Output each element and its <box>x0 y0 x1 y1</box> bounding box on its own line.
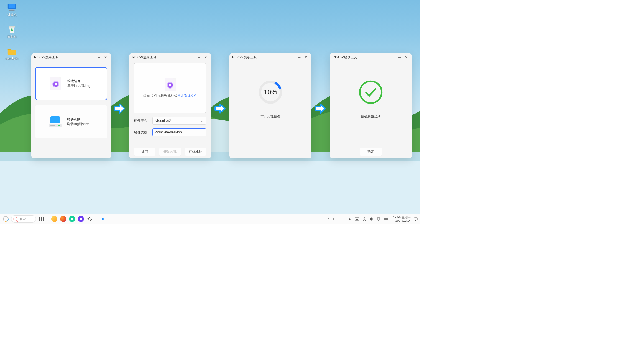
tray-night-icon[interactable] <box>362 217 366 221</box>
search-input[interactable] <box>19 217 31 221</box>
success-check-icon <box>358 79 384 105</box>
tray-ime-icon[interactable]: A <box>347 217 352 221</box>
tray-notifications-icon[interactable] <box>413 217 418 221</box>
svg-rect-24 <box>384 218 387 220</box>
minimize-button[interactable]: ─ <box>96 55 102 60</box>
desktop-icon-label: 回收站 <box>7 35 17 39</box>
taskbar-divider <box>48 216 48 222</box>
svg-rect-25 <box>414 218 417 220</box>
svg-rect-4 <box>9 10 15 11</box>
option-desc: 烧录img到sd卡 <box>67 122 89 127</box>
svg-rect-5 <box>9 26 15 28</box>
close-button[interactable]: ✕ <box>103 55 108 60</box>
window-title: RISC-V烧录工具 <box>333 55 357 60</box>
svg-rect-23 <box>387 218 388 220</box>
done-status: 镜像构建成功 <box>361 115 381 119</box>
svg-rect-21 <box>377 218 380 220</box>
svg-rect-3 <box>10 9 13 10</box>
option-burn-image[interactable]: 烧录镜像 烧录img到sd卡 <box>35 105 107 138</box>
save-path-button[interactable]: 存储地址 <box>185 148 206 156</box>
start-build-button[interactable]: 开始构建 <box>159 148 181 156</box>
chevron-down-icon: ⌄ <box>200 119 203 123</box>
task-view-button[interactable] <box>38 215 45 223</box>
svg-rect-12 <box>39 217 40 221</box>
close-button[interactable]: ✕ <box>403 55 409 60</box>
tray-disk-icon[interactable] <box>340 217 345 221</box>
svg-rect-2 <box>9 4 15 8</box>
back-button[interactable]: 返回 <box>134 148 155 156</box>
search-icon <box>13 217 17 221</box>
tray-input-icon[interactable] <box>333 217 338 221</box>
tray-network-icon[interactable] <box>376 217 381 221</box>
folder-icon <box>7 47 17 55</box>
dropzone-hint: 将iso文件拖拽到此处或点击选择文件 <box>143 94 197 98</box>
desktop-icon-computer[interactable]: 计算机 <box>2 2 22 18</box>
option-build-image[interactable]: 构建镜像 基于iso构建img <box>35 67 107 100</box>
taskbar-app-chat[interactable] <box>68 215 76 223</box>
window-progress: RISC-V烧录工具 ─ ✕ 10% 正在构建镜像 <box>229 53 311 158</box>
taskbar-clock[interactable]: 17:55 星期一 2024/10/14 <box>393 216 411 222</box>
minimize-button[interactable]: ─ <box>397 55 402 60</box>
hardware-select[interactable]: visionfive2 ⌄ <box>152 117 206 125</box>
svg-text:A: A <box>349 218 351 221</box>
window-done: RISC-V烧录工具 ─ ✕ 镜像构建成功 确定 <box>330 53 412 158</box>
svg-rect-15 <box>334 218 337 220</box>
tray-expand-icon[interactable]: ^ <box>326 217 330 221</box>
progress-ring: 10% <box>257 79 283 105</box>
taskbar-app-firefox[interactable] <box>60 215 67 223</box>
tray-keyboard-icon[interactable] <box>355 217 359 221</box>
svg-point-17 <box>343 219 344 219</box>
close-button[interactable]: ✕ <box>303 55 309 60</box>
window-title: RISC-V烧录工具 <box>132 55 157 60</box>
select-value: complete-desktop <box>155 130 182 134</box>
flow-arrow-icon <box>214 102 226 115</box>
svg-rect-13 <box>41 217 42 221</box>
tray-battery-icon[interactable] <box>384 217 388 221</box>
hardware-label: 硬件平台 <box>134 118 147 123</box>
clock-time: 17:55 星期一 <box>393 216 411 219</box>
select-value: visionfive2 <box>155 119 171 123</box>
ok-button[interactable]: 确定 <box>360 148 382 156</box>
chevron-down-icon: ⌄ <box>200 130 203 134</box>
window-configure: RISC-V烧录工具 ─ ✕ 将iso文件拖拽到此处或点击选择文件 硬件平台 v… <box>129 53 211 158</box>
tray-volume-icon[interactable] <box>369 217 374 221</box>
taskbar-app-camera[interactable] <box>77 215 85 223</box>
choose-file-link[interactable]: 点击选择文件 <box>177 94 197 98</box>
iso-file-icon <box>165 78 176 91</box>
option-desc: 基于iso构建img <box>67 84 90 88</box>
trash-icon <box>7 25 17 33</box>
window-title: RISC-V烧录工具 <box>34 55 59 60</box>
desktop-icon-folder[interactable]: openkylin <box>2 45 22 61</box>
start-button[interactable] <box>2 215 9 223</box>
minimize-button[interactable]: ─ <box>196 55 202 60</box>
desktop-icon-label: openkylin <box>6 56 18 60</box>
window-title: RISC-V烧录工具 <box>232 55 257 60</box>
drive-icon <box>48 116 62 127</box>
option-title: 烧录镜像 <box>67 117 89 122</box>
svg-rect-19 <box>355 217 359 221</box>
iso-file-icon <box>50 77 61 90</box>
svg-rect-14 <box>43 217 44 221</box>
svg-rect-16 <box>341 218 344 220</box>
taskbar: ^ A 17:55 星期一 2024/10/14 <box>0 214 420 224</box>
system-tray: ^ A 17:55 星期一 2024/10/14 <box>326 216 418 222</box>
svg-point-9 <box>360 81 382 103</box>
taskbar-app-files[interactable] <box>51 215 58 223</box>
image-type-select[interactable]: complete-desktop ⌄ <box>152 128 206 136</box>
flow-arrow-icon <box>314 102 326 115</box>
desktop-icon-trash[interactable]: 回收站 <box>2 24 22 40</box>
flow-arrow-icon <box>114 102 126 115</box>
progress-percent: 10% <box>257 79 283 105</box>
desktop-icon-label: 计算机 <box>7 13 17 17</box>
monitor-icon <box>7 3 17 12</box>
option-title: 构建镜像 <box>67 79 90 84</box>
taskbar-app-media[interactable] <box>99 215 106 223</box>
taskbar-search[interactable] <box>11 215 36 223</box>
minimize-button[interactable]: ─ <box>297 55 302 60</box>
taskbar-app-settings[interactable] <box>86 215 93 223</box>
progress-status: 正在构建镜像 <box>260 115 280 119</box>
svg-rect-20 <box>356 219 358 220</box>
close-button[interactable]: ✕ <box>203 55 208 60</box>
iso-dropzone[interactable]: 将iso文件拖拽到此处或点击选择文件 <box>134 63 206 113</box>
image-type-label: 镜像类型 <box>134 130 147 135</box>
